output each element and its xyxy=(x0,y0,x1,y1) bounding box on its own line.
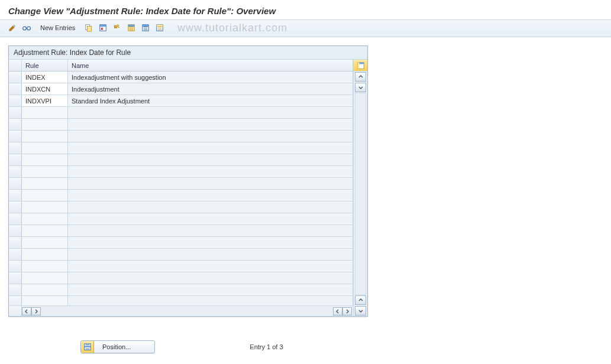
cell-rule[interactable] xyxy=(22,284,68,295)
toggle-display-change-button[interactable] xyxy=(7,22,18,33)
cell-name[interactable] xyxy=(68,166,353,177)
cell-rule[interactable] xyxy=(22,190,68,201)
cell-name[interactable] xyxy=(68,213,353,225)
cell-rule[interactable]: INDEX xyxy=(22,72,68,83)
cell-name[interactable] xyxy=(68,237,353,248)
table-row[interactable] xyxy=(9,142,353,154)
column-header-name[interactable]: Name xyxy=(68,60,353,71)
scroll-up-button[interactable] xyxy=(355,72,366,82)
cell-name[interactable]: Indexadjustment xyxy=(68,83,353,95)
table-row[interactable] xyxy=(9,296,353,306)
cell-name[interactable] xyxy=(68,225,353,236)
position-button[interactable]: Position... xyxy=(80,340,155,353)
cell-name[interactable]: Indexadjustment with suggestion xyxy=(68,72,353,83)
cell-rule[interactable] xyxy=(22,225,68,236)
other-view-button[interactable] xyxy=(21,22,32,33)
cell-rule[interactable]: INDXVPI xyxy=(22,95,68,106)
cell-name[interactable] xyxy=(68,131,353,142)
cell-rule[interactable] xyxy=(22,213,68,225)
row-selector[interactable] xyxy=(9,213,22,225)
row-selector[interactable] xyxy=(9,225,22,236)
cell-rule[interactable] xyxy=(22,249,68,260)
table-settings-button[interactable] xyxy=(354,60,367,72)
table-row[interactable] xyxy=(9,284,353,296)
undo-change-button[interactable] xyxy=(112,22,122,33)
cell-name[interactable] xyxy=(68,154,353,165)
table-row[interactable] xyxy=(9,213,353,225)
table-row[interactable]: INDXCNIndexadjustment xyxy=(9,83,353,95)
copy-button[interactable] xyxy=(83,22,94,33)
scroll-right-button[interactable] xyxy=(31,307,41,316)
row-selector[interactable] xyxy=(9,272,22,284)
cell-rule[interactable]: INDXCN xyxy=(22,83,68,95)
row-selector[interactable] xyxy=(9,107,22,118)
table-row[interactable] xyxy=(9,237,353,249)
row-selector[interactable] xyxy=(9,284,22,295)
scroll-left-end-button[interactable] xyxy=(333,307,342,316)
select-block-button[interactable] xyxy=(140,22,151,33)
cell-rule[interactable] xyxy=(22,272,68,284)
row-selector[interactable] xyxy=(9,154,22,165)
column-header-selector[interactable] xyxy=(9,60,22,71)
row-selector[interactable] xyxy=(9,249,22,260)
table-row[interactable] xyxy=(9,119,353,131)
scroll-up-end-button[interactable] xyxy=(355,295,366,305)
cell-name[interactable] xyxy=(68,272,353,284)
new-entries-button[interactable]: New Entries xyxy=(35,22,80,34)
row-selector[interactable] xyxy=(9,190,22,201)
cell-name[interactable] xyxy=(68,190,353,201)
select-all-button[interactable] xyxy=(126,22,137,33)
cell-name[interactable] xyxy=(68,296,353,306)
row-selector[interactable] xyxy=(9,202,22,213)
scroll-down-button[interactable] xyxy=(355,83,366,92)
cell-rule[interactable] xyxy=(22,131,68,142)
row-selector[interactable] xyxy=(9,166,22,177)
row-selector[interactable] xyxy=(9,261,22,272)
cell-rule[interactable] xyxy=(22,261,68,272)
column-header-rule[interactable]: Rule xyxy=(22,60,68,71)
deselect-all-button[interactable] xyxy=(154,22,165,33)
cell-rule[interactable] xyxy=(22,178,68,189)
cell-rule[interactable] xyxy=(22,237,68,248)
row-selector[interactable] xyxy=(9,296,22,306)
table-row[interactable] xyxy=(9,202,353,213)
cell-name[interactable] xyxy=(68,107,353,118)
row-selector[interactable] xyxy=(9,72,22,83)
table-row[interactable] xyxy=(9,261,353,272)
cell-name[interactable] xyxy=(68,249,353,260)
table-row[interactable] xyxy=(9,166,353,178)
cell-name[interactable] xyxy=(68,202,353,213)
scroll-right-end-button[interactable] xyxy=(342,307,352,316)
table-row[interactable] xyxy=(9,154,353,166)
row-selector[interactable] xyxy=(9,131,22,142)
row-selector[interactable] xyxy=(9,178,22,189)
cell-rule[interactable] xyxy=(22,202,68,213)
cell-name[interactable]: Standard Index Adjustment xyxy=(68,95,353,106)
table-row[interactable]: INDEXIndexadjustment with suggestion xyxy=(9,72,353,83)
vscroll-track[interactable] xyxy=(355,93,366,295)
row-selector[interactable] xyxy=(9,83,22,95)
row-selector[interactable] xyxy=(9,119,22,130)
table-row[interactable] xyxy=(9,190,353,202)
cell-rule[interactable] xyxy=(22,166,68,177)
scroll-left-button[interactable] xyxy=(22,307,31,316)
cell-rule[interactable] xyxy=(22,154,68,165)
cell-rule[interactable] xyxy=(22,119,68,130)
hscroll-track[interactable] xyxy=(69,307,332,316)
row-selector[interactable] xyxy=(9,95,22,106)
row-selector[interactable] xyxy=(9,142,22,154)
table-row[interactable] xyxy=(9,272,353,284)
cell-name[interactable] xyxy=(68,178,353,189)
cell-rule[interactable] xyxy=(22,296,68,306)
table-row[interactable]: INDXVPIStandard Index Adjustment xyxy=(9,95,353,107)
cell-name[interactable] xyxy=(68,284,353,295)
table-row[interactable] xyxy=(9,249,353,261)
table-row[interactable] xyxy=(9,107,353,119)
table-row[interactable] xyxy=(9,131,353,142)
delete-button[interactable] xyxy=(98,22,108,33)
table-row[interactable] xyxy=(9,178,353,190)
cell-name[interactable] xyxy=(68,261,353,272)
cell-rule[interactable] xyxy=(22,142,68,154)
cell-name[interactable] xyxy=(68,119,353,130)
table-row[interactable] xyxy=(9,225,353,237)
